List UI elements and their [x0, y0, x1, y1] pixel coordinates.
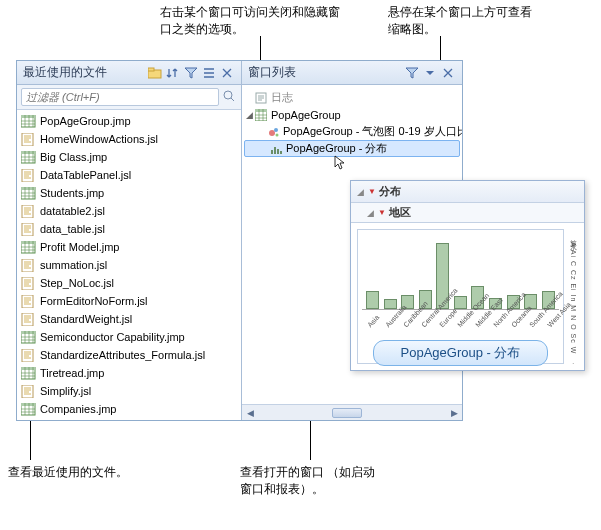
file-item[interactable]: PopAgeGroup.jmp: [17, 112, 241, 130]
scroll-thumb[interactable]: [332, 408, 362, 418]
chart-xlabel: Middle Ocean: [456, 314, 470, 328]
chart-xlabel: Asia: [367, 314, 381, 328]
datatable-icon: [254, 109, 268, 121]
search-icon[interactable]: [221, 88, 237, 104]
filter-icon[interactable]: [404, 65, 420, 81]
svg-rect-36: [280, 151, 282, 154]
file-item[interactable]: StandardizeAttributes_Formula.jsl: [17, 346, 241, 364]
sort-icon[interactable]: [165, 65, 181, 81]
file-icon: [21, 295, 36, 308]
window-list-title: 窗口列表: [248, 64, 402, 81]
file-item[interactable]: datatable2.jsl: [17, 202, 241, 220]
file-item[interactable]: data_table.jsl: [17, 220, 241, 238]
svg-rect-18: [22, 313, 33, 326]
chart-xlabel: West Asia: [546, 314, 560, 328]
file-name: Big Class.jmp: [40, 151, 107, 163]
file-icon: [21, 133, 36, 146]
svg-rect-17: [22, 295, 33, 308]
file-item[interactable]: FormEditorNoForm.jsl: [17, 292, 241, 310]
callout-line: [260, 36, 261, 60]
file-icon: [21, 223, 36, 236]
svg-rect-11: [22, 205, 33, 218]
file-name: Semiconductor Capability.jmp: [40, 331, 185, 343]
list-options-icon[interactable]: [201, 65, 217, 81]
file-item[interactable]: HomeWindowActions.jsl: [17, 130, 241, 148]
distribution-icon: [269, 143, 283, 155]
svg-point-30: [269, 130, 275, 136]
chart-bar: [384, 299, 397, 309]
close-panel-icon[interactable]: [440, 65, 456, 81]
file-icon: [21, 151, 36, 164]
file-icon: [21, 313, 36, 326]
file-name: Simplify.jsl: [40, 385, 91, 397]
chart-xlabel: Middle East: [474, 314, 488, 328]
bubble-chart-icon: [268, 126, 280, 138]
file-item[interactable]: Tiretread.jmp: [17, 364, 241, 382]
file-name: StandardizeAttributes_Formula.jsl: [40, 349, 205, 361]
file-item[interactable]: Semiconductor Capability.jmp: [17, 328, 241, 346]
callout-bottom-left: 查看最近使用的文件。: [8, 464, 128, 481]
file-icon: [21, 349, 36, 362]
file-list[interactable]: PopAgeGroup.jmpHomeWindowActions.jslBig …: [17, 110, 241, 420]
open-folder-icon[interactable]: [147, 65, 163, 81]
tree-row-log[interactable]: 日志: [244, 89, 460, 106]
svg-rect-8: [22, 169, 33, 182]
thumbnail-chart: AsiaAustraliaCaribbeanCentral AmericaEur…: [357, 229, 564, 364]
svg-point-2: [224, 91, 232, 99]
thumbnail-body: AsiaAustraliaCaribbeanCentral AmericaEur…: [351, 223, 584, 370]
callout-top-right: 悬停在某个窗口上方可查看 缩略图。: [388, 4, 568, 38]
close-panel-icon[interactable]: [219, 65, 235, 81]
horizontal-scrollbar[interactable]: ◀ ▶: [242, 404, 462, 420]
cursor-icon: [244, 155, 460, 171]
dropdown-icon[interactable]: [422, 65, 438, 81]
file-name: Step_NoLoc.jsl: [40, 277, 114, 289]
scroll-right-icon[interactable]: ▶: [446, 405, 462, 421]
disclosure-icon[interactable]: ◢: [367, 208, 374, 218]
twisty-open-icon[interactable]: ◢: [244, 110, 254, 120]
file-item[interactable]: DataTablePanel.jsl: [17, 166, 241, 184]
tree-row-child[interactable]: PopAgeGroup - 气泡图 0-19 岁人口比: [244, 123, 460, 140]
file-item[interactable]: Simplify.jsl: [17, 382, 241, 400]
file-item[interactable]: Profit Model.jmp: [17, 238, 241, 256]
thumbnail-yaxis: 算 水 A Ai C Cz Ei In M N O Sc W 合计: [564, 229, 578, 364]
thumbnail-preview: ◢ ▼ 分布 ◢ ▼ 地区 AsiaAustraliaCaribbeanCent…: [350, 180, 585, 371]
hotspot-icon[interactable]: ▼: [368, 187, 376, 196]
svg-rect-33: [271, 150, 273, 154]
recent-files-panel: 最近使用的文件 PopAgeGroup.jmpHomeWindowActions…: [17, 61, 242, 420]
disclosure-icon[interactable]: ◢: [357, 187, 364, 197]
chart-xlabel: Caribbean: [402, 314, 416, 328]
file-name: Companies.jmp: [40, 403, 116, 415]
file-icon: [21, 403, 36, 416]
file-icon: [21, 277, 36, 290]
window-list-header: 窗口列表: [242, 61, 462, 85]
file-name: StandardWeight.jsl: [40, 313, 132, 325]
hotspot-icon[interactable]: ▼: [378, 208, 386, 217]
tree-label: PopAgeGroup: [271, 109, 341, 121]
file-icon: [21, 205, 36, 218]
filter-input[interactable]: [21, 88, 219, 106]
file-icon: [21, 169, 36, 182]
thumbnail-header: ◢ ▼ 分布: [351, 181, 584, 203]
file-item[interactable]: Big Class.jmp: [17, 148, 241, 166]
svg-rect-21: [22, 349, 33, 362]
file-icon: [21, 241, 36, 254]
svg-rect-15: [22, 259, 33, 272]
svg-rect-12: [22, 223, 33, 236]
chart-xlabel: Europe: [438, 314, 452, 328]
file-item[interactable]: Step_NoLoc.jsl: [17, 274, 241, 292]
scroll-left-icon[interactable]: ◀: [242, 405, 258, 421]
log-icon: [254, 92, 268, 104]
filter-row: [17, 85, 241, 110]
thumbnail-chip: PopAgeGroup - 分布: [373, 340, 548, 366]
tree-label: PopAgeGroup - 气泡图 0-19 岁人口比: [283, 124, 462, 139]
file-item[interactable]: summation.jsl: [17, 256, 241, 274]
tree-row-root[interactable]: ◢ PopAgeGroup: [244, 106, 460, 123]
filter-icon[interactable]: [183, 65, 199, 81]
file-item[interactable]: Students.jmp: [17, 184, 241, 202]
file-item[interactable]: Companies.jmp: [17, 400, 241, 418]
file-item[interactable]: StandardWeight.jsl: [17, 310, 241, 328]
tree-label: PopAgeGroup - 分布: [286, 141, 388, 156]
file-icon: [21, 331, 36, 344]
recent-files-header: 最近使用的文件: [17, 61, 241, 85]
chart-xlabel: South America: [528, 314, 542, 328]
